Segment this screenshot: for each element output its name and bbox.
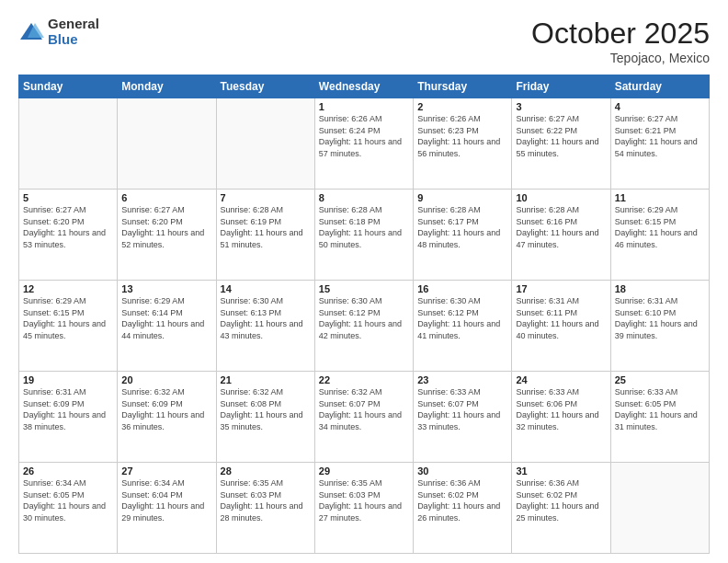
col-sunday: Sunday [19,75,118,98]
cell-w2-d1: 5 Sunrise: 6:27 AMSunset: 6:20 PMDayligh… [19,190,118,281]
cell-w4-d1: 19 Sunrise: 6:31 AMSunset: 6:09 PMDaylig… [19,372,118,463]
day-info: Sunrise: 6:36 AMSunset: 6:02 PMDaylight:… [516,478,598,523]
cell-w2-d2: 6 Sunrise: 6:27 AMSunset: 6:20 PMDayligh… [118,190,216,281]
day-info: Sunrise: 6:28 AMSunset: 6:16 PMDaylight:… [516,205,598,249]
day-info: Sunrise: 6:30 AMSunset: 6:13 PMDaylight:… [221,296,303,340]
cell-w5-d5: 30 Sunrise: 6:36 AMSunset: 6:02 PMDaylig… [414,463,512,554]
day-number: 20 [121,374,211,385]
day-info: Sunrise: 6:26 AMSunset: 6:23 PMDaylight:… [417,114,500,158]
day-info: Sunrise: 6:27 AMSunset: 6:20 PMDaylight:… [121,205,204,249]
day-info: Sunrise: 6:28 AMSunset: 6:18 PMDaylight:… [319,205,402,249]
day-info: Sunrise: 6:34 AMSunset: 6:05 PMDaylight:… [23,478,106,523]
day-number: 22 [319,374,409,385]
week-row-5: 26 Sunrise: 6:34 AMSunset: 6:05 PMDaylig… [19,463,710,554]
day-info: Sunrise: 6:28 AMSunset: 6:19 PMDaylight:… [221,205,303,249]
day-number: 4 [615,101,705,112]
cell-w1-d3 [216,98,314,190]
cell-w2-d7: 11 Sunrise: 6:29 AMSunset: 6:15 PMDaylig… [610,190,709,281]
day-number: 14 [221,283,311,294]
day-info: Sunrise: 6:29 AMSunset: 6:15 PMDaylight:… [23,296,106,340]
cell-w1-d1 [19,98,118,190]
logo-blue-text: Blue [48,32,99,48]
day-info: Sunrise: 6:32 AMSunset: 6:08 PMDaylight:… [221,387,303,431]
cell-w3-d6: 17 Sunrise: 6:31 AMSunset: 6:11 PMDaylig… [512,281,610,372]
day-info: Sunrise: 6:29 AMSunset: 6:14 PMDaylight:… [121,296,204,340]
day-number: 15 [319,283,409,294]
week-row-1: 1 Sunrise: 6:26 AMSunset: 6:24 PMDayligh… [19,98,710,190]
col-thursday: Thursday [414,75,512,98]
cell-w5-d7 [610,463,709,554]
page: General Blue October 2025 Tepojaco, Mexi… [0,0,728,563]
day-info: Sunrise: 6:26 AMSunset: 6:24 PMDaylight:… [319,114,402,158]
day-info: Sunrise: 6:35 AMSunset: 6:03 PMDaylight:… [221,478,303,523]
header: General Blue October 2025 Tepojaco, Mexi… [18,17,710,65]
col-monday: Monday [118,75,216,98]
day-number: 16 [417,283,507,294]
day-info: Sunrise: 6:27 AMSunset: 6:21 PMDaylight:… [615,114,698,158]
week-row-2: 5 Sunrise: 6:27 AMSunset: 6:20 PMDayligh… [19,190,710,281]
day-number: 2 [417,101,507,112]
location-subtitle: Tepojaco, Mexico [531,51,710,65]
cell-w3-d3: 14 Sunrise: 6:30 AMSunset: 6:13 PMDaylig… [216,281,314,372]
day-number: 10 [516,192,606,203]
day-info: Sunrise: 6:31 AMSunset: 6:10 PMDaylight:… [615,296,698,340]
day-info: Sunrise: 6:27 AMSunset: 6:22 PMDaylight:… [516,114,598,158]
cell-w3-d4: 15 Sunrise: 6:30 AMSunset: 6:12 PMDaylig… [314,281,413,372]
day-info: Sunrise: 6:31 AMSunset: 6:09 PMDaylight:… [23,387,106,431]
day-number: 7 [221,192,311,203]
calendar-table: Sunday Monday Tuesday Wednesday Thursday… [18,75,710,554]
header-row: Sunday Monday Tuesday Wednesday Thursday… [19,75,710,98]
cell-w3-d5: 16 Sunrise: 6:30 AMSunset: 6:12 PMDaylig… [414,281,512,372]
day-number: 19 [23,374,113,385]
day-number: 1 [319,101,409,112]
day-info: Sunrise: 6:32 AMSunset: 6:09 PMDaylight:… [121,387,204,431]
day-number: 17 [516,283,606,294]
day-info: Sunrise: 6:29 AMSunset: 6:15 PMDaylight:… [615,205,698,249]
col-wednesday: Wednesday [314,75,413,98]
day-info: Sunrise: 6:33 AMSunset: 6:05 PMDaylight:… [615,387,698,431]
cell-w4-d5: 23 Sunrise: 6:33 AMSunset: 6:07 PMDaylig… [414,372,512,463]
day-info: Sunrise: 6:28 AMSunset: 6:17 PMDaylight:… [417,205,500,249]
week-row-3: 12 Sunrise: 6:29 AMSunset: 6:15 PMDaylig… [19,281,710,372]
col-saturday: Saturday [610,75,709,98]
day-number: 5 [23,192,113,203]
day-number: 24 [516,374,606,385]
day-info: Sunrise: 6:36 AMSunset: 6:02 PMDaylight:… [417,478,500,523]
cell-w4-d7: 25 Sunrise: 6:33 AMSunset: 6:05 PMDaylig… [610,372,709,463]
day-number: 28 [221,465,311,477]
day-number: 23 [417,374,507,385]
day-info: Sunrise: 6:32 AMSunset: 6:07 PMDaylight:… [319,387,402,431]
week-row-4: 19 Sunrise: 6:31 AMSunset: 6:09 PMDaylig… [19,372,710,463]
cell-w4-d6: 24 Sunrise: 6:33 AMSunset: 6:06 PMDaylig… [512,372,610,463]
cell-w1-d4: 1 Sunrise: 6:26 AMSunset: 6:24 PMDayligh… [314,98,413,190]
title-block: October 2025 Tepojaco, Mexico [531,17,710,65]
day-number: 6 [121,192,211,203]
cell-w2-d6: 10 Sunrise: 6:28 AMSunset: 6:16 PMDaylig… [512,190,610,281]
cell-w2-d4: 8 Sunrise: 6:28 AMSunset: 6:18 PMDayligh… [314,190,413,281]
cell-w4-d3: 21 Sunrise: 6:32 AMSunset: 6:08 PMDaylig… [216,372,314,463]
day-number: 11 [615,192,705,203]
cell-w3-d1: 12 Sunrise: 6:29 AMSunset: 6:15 PMDaylig… [19,281,118,372]
cell-w1-d6: 3 Sunrise: 6:27 AMSunset: 6:22 PMDayligh… [512,98,610,190]
day-number: 31 [516,465,606,477]
cell-w4-d4: 22 Sunrise: 6:32 AMSunset: 6:07 PMDaylig… [314,372,413,463]
logo: General Blue [18,17,99,47]
day-number: 13 [121,283,211,294]
cell-w5-d2: 27 Sunrise: 6:34 AMSunset: 6:04 PMDaylig… [118,463,216,554]
logo-text: General Blue [48,17,99,47]
month-title: October 2025 [531,17,710,51]
cell-w4-d2: 20 Sunrise: 6:32 AMSunset: 6:09 PMDaylig… [118,372,216,463]
day-info: Sunrise: 6:31 AMSunset: 6:11 PMDaylight:… [516,296,598,340]
day-number: 3 [516,101,606,112]
logo-icon [18,19,44,45]
cell-w5-d3: 28 Sunrise: 6:35 AMSunset: 6:03 PMDaylig… [216,463,314,554]
cell-w5-d1: 26 Sunrise: 6:34 AMSunset: 6:05 PMDaylig… [19,463,118,554]
day-info: Sunrise: 6:30 AMSunset: 6:12 PMDaylight:… [417,296,500,340]
logo-general-text: General [48,17,99,32]
day-number: 9 [417,192,507,203]
col-tuesday: Tuesday [216,75,314,98]
day-number: 21 [221,374,311,385]
day-number: 18 [615,283,705,294]
day-info: Sunrise: 6:30 AMSunset: 6:12 PMDaylight:… [319,296,402,340]
day-info: Sunrise: 6:33 AMSunset: 6:07 PMDaylight:… [417,387,500,431]
